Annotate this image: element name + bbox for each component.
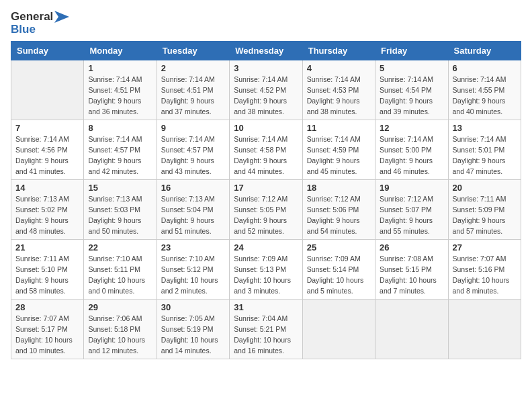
day-number: 20 (453, 183, 517, 193)
day-number: 6 (453, 63, 517, 73)
calendar-cell: 31Sunrise: 7:04 AMSunset: 5:21 PMDayligh… (230, 300, 302, 359)
day-number: 26 (380, 242, 443, 253)
logo-blue: Blue (11, 24, 69, 36)
day-number: 29 (88, 302, 152, 312)
day-detail: Sunrise: 7:14 AMSunset: 4:52 PMDaylight:… (234, 75, 298, 117)
day-detail: Sunrise: 7:11 AMSunset: 5:10 PMDaylight:… (15, 254, 79, 296)
day-detail: Sunrise: 7:09 AMSunset: 5:13 PMDaylight:… (234, 254, 298, 296)
header-row: SundayMondayTuesdayWednesdayThursdayFrid… (11, 42, 521, 60)
day-number: 31 (234, 302, 298, 312)
calendar-cell (302, 300, 375, 359)
day-number: 21 (15, 242, 79, 253)
day-number: 1 (88, 63, 152, 73)
day-detail: Sunrise: 7:08 AMSunset: 5:15 PMDaylight:… (380, 254, 443, 296)
day-detail: Sunrise: 7:06 AMSunset: 5:18 PMDaylight:… (88, 314, 152, 356)
calendar-cell: 8Sunrise: 7:14 AMSunset: 4:57 PMDaylight… (84, 120, 157, 180)
logo-arrow-icon (54, 11, 69, 23)
calendar-cell: 11Sunrise: 7:14 AMSunset: 4:59 PMDayligh… (302, 120, 375, 180)
logo-general: General (11, 11, 53, 24)
day-detail: Sunrise: 7:14 AMSunset: 5:00 PMDaylight:… (380, 134, 443, 177)
day-detail: Sunrise: 7:14 AMSunset: 4:51 PMDaylight:… (88, 75, 152, 117)
calendar-cell: 4Sunrise: 7:14 AMSunset: 4:53 PMDaylight… (302, 60, 375, 120)
day-detail: Sunrise: 7:13 AMSunset: 5:03 PMDaylight:… (88, 194, 152, 236)
page-header: General Blue (11, 11, 521, 36)
day-detail: Sunrise: 7:13 AMSunset: 5:04 PMDaylight:… (161, 194, 225, 236)
day-detail: Sunrise: 7:07 AMSunset: 5:16 PMDaylight:… (453, 254, 517, 296)
calendar-cell: 9Sunrise: 7:14 AMSunset: 4:57 PMDaylight… (157, 120, 229, 180)
header-day-wednesday: Wednesday (230, 42, 302, 60)
week-row-3: 14Sunrise: 7:13 AMSunset: 5:02 PMDayligh… (11, 180, 521, 240)
calendar-cell: 29Sunrise: 7:06 AMSunset: 5:18 PMDayligh… (84, 300, 157, 359)
day-number: 24 (234, 242, 298, 253)
calendar-cell (375, 300, 448, 359)
day-number: 17 (234, 183, 298, 193)
calendar-cell: 27Sunrise: 7:07 AMSunset: 5:16 PMDayligh… (448, 240, 521, 300)
day-detail: Sunrise: 7:14 AMSunset: 4:54 PMDaylight:… (380, 75, 443, 117)
calendar-cell: 19Sunrise: 7:12 AMSunset: 5:07 PMDayligh… (375, 180, 448, 240)
day-detail: Sunrise: 7:14 AMSunset: 4:55 PMDaylight:… (453, 75, 517, 117)
calendar-cell: 24Sunrise: 7:09 AMSunset: 5:13 PMDayligh… (230, 240, 302, 300)
day-detail: Sunrise: 7:09 AMSunset: 5:14 PMDaylight:… (307, 254, 371, 296)
calendar-cell: 25Sunrise: 7:09 AMSunset: 5:14 PMDayligh… (302, 240, 375, 300)
day-detail: Sunrise: 7:14 AMSunset: 4:51 PMDaylight:… (161, 75, 225, 117)
calendar-cell (448, 300, 521, 359)
day-number: 14 (15, 183, 79, 193)
day-number: 30 (161, 302, 225, 312)
calendar-cell: 7Sunrise: 7:14 AMSunset: 4:56 PMDaylight… (11, 120, 84, 180)
header-day-tuesday: Tuesday (157, 42, 229, 60)
day-number: 22 (88, 242, 152, 253)
calendar-cell: 14Sunrise: 7:13 AMSunset: 5:02 PMDayligh… (11, 180, 84, 240)
calendar-cell: 28Sunrise: 7:07 AMSunset: 5:17 PMDayligh… (11, 300, 84, 359)
day-number: 2 (161, 63, 225, 73)
calendar-cell: 3Sunrise: 7:14 AMSunset: 4:52 PMDaylight… (230, 60, 302, 120)
calendar-cell: 5Sunrise: 7:14 AMSunset: 4:54 PMDaylight… (375, 60, 448, 120)
day-detail: Sunrise: 7:12 AMSunset: 5:06 PMDaylight:… (307, 194, 371, 236)
day-number: 27 (453, 242, 517, 253)
day-number: 12 (380, 123, 443, 133)
calendar-cell: 17Sunrise: 7:12 AMSunset: 5:05 PMDayligh… (230, 180, 302, 240)
header-day-friday: Friday (375, 42, 448, 60)
day-number: 9 (161, 123, 225, 133)
day-number: 15 (88, 183, 152, 193)
calendar-cell: 23Sunrise: 7:10 AMSunset: 5:12 PMDayligh… (157, 240, 229, 300)
day-detail: Sunrise: 7:14 AMSunset: 4:57 PMDaylight:… (88, 134, 152, 177)
calendar-cell: 22Sunrise: 7:10 AMSunset: 5:11 PMDayligh… (84, 240, 157, 300)
day-detail: Sunrise: 7:12 AMSunset: 5:05 PMDaylight:… (234, 194, 298, 236)
day-detail: Sunrise: 7:10 AMSunset: 5:12 PMDaylight:… (161, 254, 225, 296)
day-number: 13 (453, 123, 517, 133)
calendar-cell: 6Sunrise: 7:14 AMSunset: 4:55 PMDaylight… (448, 60, 521, 120)
day-detail: Sunrise: 7:14 AMSunset: 4:57 PMDaylight:… (161, 134, 225, 177)
day-detail: Sunrise: 7:07 AMSunset: 5:17 PMDaylight:… (15, 314, 79, 356)
day-number: 7 (15, 123, 79, 133)
week-row-4: 21Sunrise: 7:11 AMSunset: 5:10 PMDayligh… (11, 240, 521, 300)
calendar-cell: 13Sunrise: 7:14 AMSunset: 5:01 PMDayligh… (448, 120, 521, 180)
day-detail: Sunrise: 7:10 AMSunset: 5:11 PMDaylight:… (88, 254, 152, 296)
calendar-cell (11, 60, 84, 120)
day-number: 8 (88, 123, 152, 133)
logo: General Blue (11, 11, 69, 36)
calendar-cell: 10Sunrise: 7:14 AMSunset: 4:58 PMDayligh… (230, 120, 302, 180)
header-day-thursday: Thursday (302, 42, 375, 60)
day-detail: Sunrise: 7:14 AMSunset: 4:58 PMDaylight:… (234, 134, 298, 177)
day-number: 16 (161, 183, 225, 193)
week-row-2: 7Sunrise: 7:14 AMSunset: 4:56 PMDaylight… (11, 120, 521, 180)
day-number: 25 (307, 242, 371, 253)
calendar-cell: 12Sunrise: 7:14 AMSunset: 5:00 PMDayligh… (375, 120, 448, 180)
day-number: 3 (234, 63, 298, 73)
day-detail: Sunrise: 7:14 AMSunset: 5:01 PMDaylight:… (453, 134, 517, 177)
day-number: 19 (380, 183, 443, 193)
calendar-cell: 30Sunrise: 7:05 AMSunset: 5:19 PMDayligh… (157, 300, 229, 359)
logo-text-block: General Blue (11, 11, 69, 36)
week-row-5: 28Sunrise: 7:07 AMSunset: 5:17 PMDayligh… (11, 300, 521, 359)
day-number: 18 (307, 183, 371, 193)
day-detail: Sunrise: 7:14 AMSunset: 4:53 PMDaylight:… (307, 75, 371, 117)
calendar-table: SundayMondayTuesdayWednesdayThursdayFrid… (11, 41, 521, 359)
day-detail: Sunrise: 7:05 AMSunset: 5:19 PMDaylight:… (161, 314, 225, 356)
header-day-saturday: Saturday (448, 42, 521, 60)
week-row-1: 1Sunrise: 7:14 AMSunset: 4:51 PMDaylight… (11, 60, 521, 120)
day-number: 4 (307, 63, 371, 73)
day-detail: Sunrise: 7:14 AMSunset: 4:56 PMDaylight:… (15, 134, 79, 177)
header-day-monday: Monday (84, 42, 157, 60)
calendar-cell: 15Sunrise: 7:13 AMSunset: 5:03 PMDayligh… (84, 180, 157, 240)
day-number: 23 (161, 242, 225, 253)
